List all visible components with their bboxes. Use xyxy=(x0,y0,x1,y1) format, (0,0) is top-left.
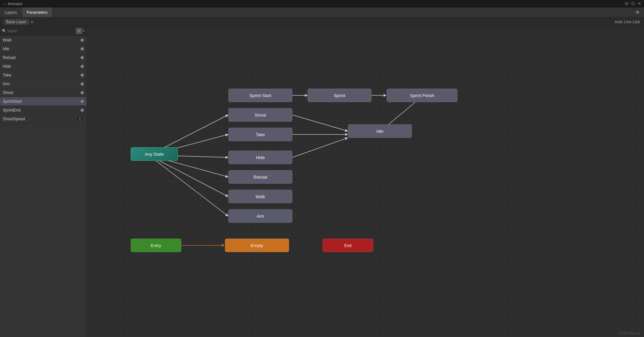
canvas-area[interactable]: Sprint Start Sprint Sprint Finish Shoot … xyxy=(87,26,644,337)
tabbar: Layers Parameters 👁 xyxy=(0,7,644,18)
param-name-reload: Reload xyxy=(3,55,80,60)
node-exit[interactable]: Exit xyxy=(323,239,373,252)
node-label-take: Take xyxy=(256,132,265,137)
node-label-reload: Reload xyxy=(253,175,267,180)
node-aim[interactable]: Aim xyxy=(228,209,292,223)
close-icon[interactable]: ✕ xyxy=(638,1,641,6)
tab-parameters[interactable]: Parameters xyxy=(22,7,53,17)
node-label-sprint-start: Sprint Start xyxy=(249,93,271,98)
titlebar-title: Animator xyxy=(8,2,23,6)
animator-arrow-icon: → xyxy=(3,2,6,6)
node-idle[interactable]: Idle xyxy=(348,124,412,138)
minimize-icon[interactable]: ⊟ xyxy=(625,1,629,6)
param-name-shootspeed: ShootSpeed xyxy=(3,117,76,121)
param-dot-sprintstart xyxy=(80,100,84,103)
parameter-list: Walk Idle Reload Hide Take xyxy=(0,36,87,337)
node-label-empty: Empty xyxy=(251,243,263,248)
param-name-idle: Idle xyxy=(3,47,80,51)
breadcrumb: Base Layer ▶ Auto Live Link xyxy=(0,18,644,26)
left-panel: 🔍 + ▾ Walk Idle Reload Hide xyxy=(0,26,87,337)
node-sprint-start[interactable]: Sprint Start xyxy=(228,89,292,102)
search-input[interactable] xyxy=(7,29,76,33)
base-layer-breadcrumb[interactable]: Base Layer xyxy=(3,19,29,25)
search-bar: 🔍 + ▾ xyxy=(0,26,87,36)
param-name-sprintend: SprintEnd xyxy=(3,108,80,113)
param-item-shoot[interactable]: Shoot xyxy=(0,88,87,97)
add-parameter-button[interactable]: + xyxy=(76,28,82,34)
node-walk[interactable]: Walk xyxy=(228,190,292,203)
param-item-take[interactable]: Take xyxy=(0,71,87,80)
param-name-shoot: Shoot xyxy=(3,90,80,95)
grid-background xyxy=(87,26,644,337)
param-name-take: Take xyxy=(3,73,80,78)
node-label-shoot: Shoot xyxy=(255,113,266,118)
node-reload[interactable]: Reload xyxy=(228,170,292,184)
node-empty[interactable]: Empty xyxy=(225,239,289,252)
add-dropdown-arrow[interactable]: ▾ xyxy=(83,29,85,33)
node-label-any-state: Any State xyxy=(145,152,164,157)
main-content: 🔍 + ▾ Walk Idle Reload Hide xyxy=(0,26,644,337)
auto-live-link-button[interactable]: Auto Live Link xyxy=(615,20,640,24)
node-shoot[interactable]: Shoot xyxy=(228,108,292,122)
breadcrumb-arrow: ▶ xyxy=(31,20,34,24)
param-value-shootspeed[interactable]: 1 xyxy=(76,116,84,122)
param-item-sprintend[interactable]: SprintEnd xyxy=(0,106,87,115)
param-name-aim: Aim xyxy=(3,82,80,86)
node-any-state[interactable]: Any State xyxy=(131,147,178,161)
param-item-sprintstart[interactable]: SprintStart xyxy=(0,97,87,106)
node-label-sprint: Sprint xyxy=(334,93,345,98)
node-sprint[interactable]: Sprint xyxy=(308,89,372,102)
node-label-hide: Hide xyxy=(256,155,265,160)
param-dot-aim xyxy=(80,82,84,86)
param-item-hide[interactable]: Hide xyxy=(0,62,87,71)
param-item-walk[interactable]: Walk xyxy=(0,36,87,44)
watermark: CSDN @gzroy xyxy=(618,331,640,335)
maximize-icon[interactable]: ⊡ xyxy=(631,1,635,6)
tab-layers[interactable]: Layers xyxy=(0,7,22,17)
param-dot-take xyxy=(80,73,84,77)
param-dot-walk xyxy=(80,38,84,42)
titlebar: → Animator ⊟ ⊡ ✕ xyxy=(0,0,644,7)
param-name-walk: Walk xyxy=(3,38,80,42)
eye-icon: 👁 xyxy=(635,10,640,15)
node-label-exit: Exit xyxy=(344,243,352,248)
param-dot-shoot xyxy=(80,91,84,94)
node-sprint-finish[interactable]: Sprint Finish xyxy=(387,89,457,102)
param-dot-hide xyxy=(80,65,84,68)
param-name-hide: Hide xyxy=(3,64,80,69)
node-hide[interactable]: Hide xyxy=(228,151,292,164)
node-label-idle: Idle xyxy=(377,129,384,134)
param-item-shootspeed[interactable]: ShootSpeed 1 xyxy=(0,115,87,123)
visibility-toggle[interactable]: 👁 xyxy=(631,10,644,15)
node-label-aim: Aim xyxy=(257,214,264,219)
node-label-entry: Entry xyxy=(151,243,161,248)
search-icon: 🔍 xyxy=(2,29,6,33)
param-item-idle[interactable]: Idle xyxy=(0,44,87,53)
node-take[interactable]: Take xyxy=(228,128,292,141)
param-dot-sprintend xyxy=(80,109,84,112)
param-name-sprintstart: SprintStart xyxy=(3,99,80,104)
param-dot-idle xyxy=(80,47,84,51)
node-entry[interactable]: Entry xyxy=(131,239,181,252)
param-item-aim[interactable]: Aim xyxy=(0,80,87,88)
param-item-reload[interactable]: Reload xyxy=(0,53,87,62)
node-label-walk: Walk xyxy=(256,194,265,199)
node-label-sprint-finish: Sprint Finish xyxy=(410,93,434,98)
param-dot-reload xyxy=(80,56,84,59)
